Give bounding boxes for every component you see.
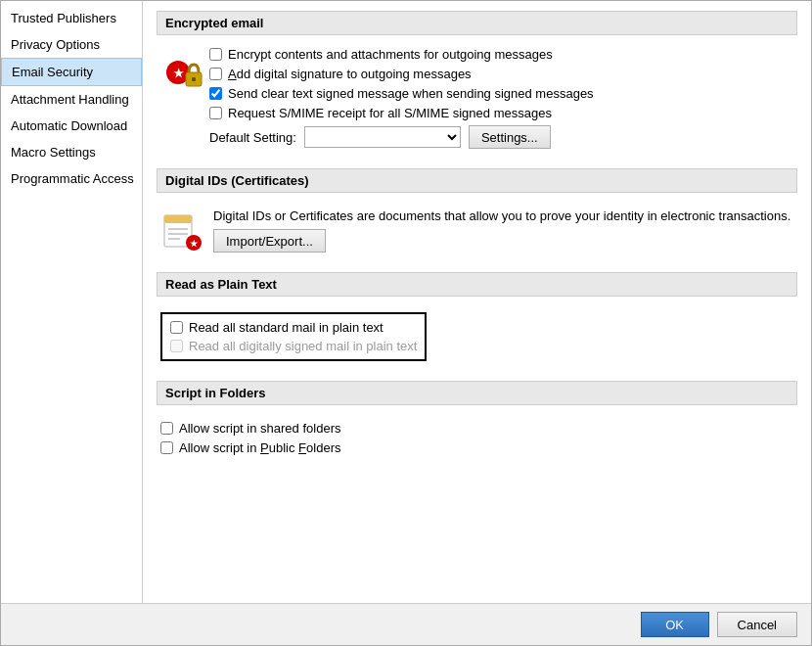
main-content: Encrypted email ★ xyxy=(143,1,811,603)
dialog-footer: OK Cancel xyxy=(1,603,811,645)
encrypted-email-header: Encrypted email xyxy=(157,11,797,35)
sidebar-item-trusted-publishers[interactable]: Trusted Publishers xyxy=(1,5,142,31)
svg-rect-4 xyxy=(192,77,196,81)
svg-rect-6 xyxy=(164,215,192,223)
script-body: Allow script in shared folders Allow scr… xyxy=(157,413,797,468)
allow-script-public-row: Allow script in Public Folders xyxy=(160,440,793,455)
script-in-folders-section: Script in Folders Allow script in shared… xyxy=(157,381,797,468)
dialog-content: Trusted Publishers Privacy Options Email… xyxy=(1,1,811,603)
default-setting-row: Default Setting: Settings... xyxy=(209,125,797,149)
read-plain-text-section: Read as Plain Text Read all standard mai… xyxy=(157,272,797,369)
digital-ids-body: ★ Digital IDs or Certificates are docume… xyxy=(157,201,797,260)
ok-button[interactable]: OK xyxy=(641,612,709,637)
encrypt-contents-label: Encrypt contents and attachments for out… xyxy=(228,47,553,62)
allow-script-public-label: Allow script in Public Folders xyxy=(179,440,340,455)
digital-ids-header: Digital IDs (Certificates) xyxy=(157,168,797,193)
sidebar-item-email-security[interactable]: Email Security xyxy=(1,58,142,86)
sidebar-item-automatic-download[interactable]: Automatic Download xyxy=(1,113,142,139)
certificate-icon: ★ xyxy=(160,209,203,253)
default-setting-label: Default Setting: xyxy=(209,130,296,145)
settings-button[interactable]: Settings... xyxy=(469,125,551,149)
cancel-button[interactable]: Cancel xyxy=(717,612,797,637)
sidebar-item-macro-settings[interactable]: Macro Settings xyxy=(1,139,142,165)
script-in-folders-header: Script in Folders xyxy=(157,381,797,405)
encrypted-email-body: ★ Encrypt contents and attachments for o… xyxy=(157,43,797,157)
read-standard-plain-row: Read all standard mail in plain text xyxy=(170,320,417,335)
read-plain-text-header: Read as Plain Text xyxy=(157,272,797,297)
sidebar-item-programmatic-access[interactable]: Programmatic Access xyxy=(1,165,142,192)
svg-text:★: ★ xyxy=(173,67,184,80)
allow-script-shared-label: Allow script in shared folders xyxy=(179,421,340,436)
read-signed-plain-checkbox[interactable] xyxy=(170,340,183,352)
encrypted-email-section: Encrypted email ★ xyxy=(157,11,797,157)
encrypted-icon-area: ★ xyxy=(160,47,209,92)
add-digital-sig-row: Add digital signature to outgoing messag… xyxy=(209,67,797,81)
add-digital-sig-label: Add digital signature to outgoing messag… xyxy=(228,67,472,81)
sidebar: Trusted Publishers Privacy Options Email… xyxy=(1,1,143,603)
send-clear-text-row: Send clear text signed message when send… xyxy=(209,86,797,101)
encrypt-contents-row: Encrypt contents and attachments for out… xyxy=(209,47,797,62)
dialog: Trusted Publishers Privacy Options Email… xyxy=(0,0,812,646)
allow-script-shared-row: Allow script in shared folders xyxy=(160,421,793,436)
read-standard-plain-label: Read all standard mail in plain text xyxy=(189,320,383,335)
plain-text-body: Read all standard mail in plain text Rea… xyxy=(157,304,797,369)
svg-text:★: ★ xyxy=(190,239,199,249)
encrypted-icon: ★ xyxy=(164,51,205,92)
read-signed-plain-label: Read all digitally signed mail in plain … xyxy=(189,339,417,353)
read-standard-plain-checkbox[interactable] xyxy=(170,321,183,334)
plain-text-box: Read all standard mail in plain text Rea… xyxy=(160,312,427,361)
sidebar-item-attachment-handling[interactable]: Attachment Handling xyxy=(1,86,142,113)
allow-script-public-checkbox[interactable] xyxy=(160,441,173,454)
encrypt-contents-checkbox[interactable] xyxy=(209,48,222,61)
request-receipt-checkbox[interactable] xyxy=(209,107,222,119)
digital-ids-content: Digital IDs or Certificates are document… xyxy=(213,208,790,253)
request-receipt-label: Request S/MIME receipt for all S/MIME si… xyxy=(228,106,552,120)
digital-ids-description: Digital IDs or Certificates are document… xyxy=(213,208,790,223)
send-clear-text-checkbox[interactable] xyxy=(209,87,222,100)
import-export-button[interactable]: Import/Export... xyxy=(213,229,326,253)
send-clear-text-label: Send clear text signed message when send… xyxy=(228,86,594,101)
default-setting-select[interactable] xyxy=(304,126,461,148)
encrypted-checkboxes: Encrypt contents and attachments for out… xyxy=(209,47,797,149)
add-digital-sig-checkbox[interactable] xyxy=(209,68,222,80)
allow-script-shared-checkbox[interactable] xyxy=(160,422,173,435)
read-signed-plain-row: Read all digitally signed mail in plain … xyxy=(170,339,417,353)
digital-ids-section: Digital IDs (Certificates) xyxy=(157,168,797,260)
request-receipt-row: Request S/MIME receipt for all S/MIME si… xyxy=(209,106,797,120)
sidebar-item-privacy-options[interactable]: Privacy Options xyxy=(1,31,142,58)
